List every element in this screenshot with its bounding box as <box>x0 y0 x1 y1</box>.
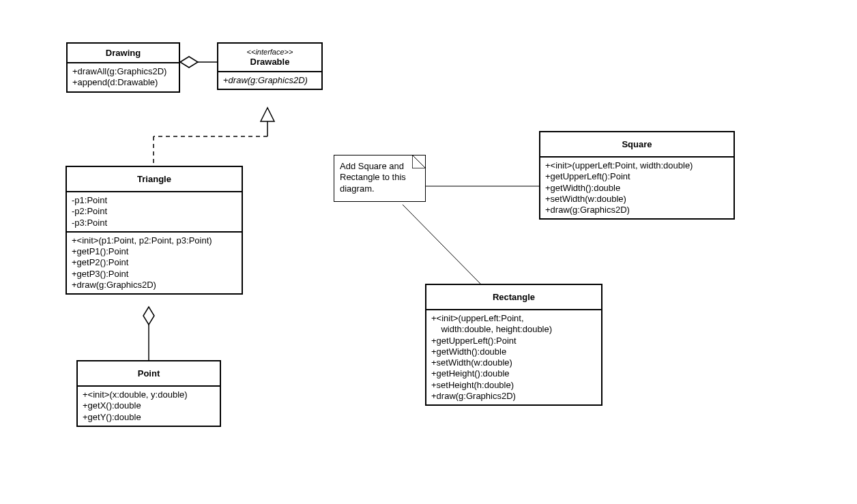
svg-marker-7 <box>143 307 154 325</box>
operation: +getP1():Point <box>72 246 237 257</box>
class-name: Drawing <box>106 48 141 58</box>
class-name: Drawable <box>250 57 290 67</box>
attribute: -p3:Point <box>72 218 237 228</box>
class-operations: +<init>(upperLeft:Point, width:double) +… <box>540 158 733 218</box>
interface-drawable: <<interface>> Drawable ++draw(g:Graphics… <box>217 42 323 90</box>
operation: +draw(g:Graphics2D) <box>72 280 237 291</box>
class-attributes: -p1:Point -p2:Point -p3:Point <box>67 192 242 233</box>
operation: +append(d:Drawable) <box>72 77 174 88</box>
operation: +<init>(upperLeft:Point, <box>431 313 596 324</box>
note-line: Add Square and <box>340 161 418 172</box>
class-name: Rectangle <box>493 292 535 302</box>
operation: ++draw(g:Graphics2D)draw(g:Graphics2D) <box>223 75 317 86</box>
class-title: Square <box>540 132 733 158</box>
class-title: Point <box>78 361 220 387</box>
operation: width:double, height:double) <box>431 324 596 335</box>
note-fold-icon <box>412 155 426 168</box>
svg-marker-5 <box>261 108 274 121</box>
operation: +getWidth():double <box>545 183 729 194</box>
operation: +getP3():Point <box>72 269 237 280</box>
attribute: -p1:Point <box>72 195 237 206</box>
class-triangle: Triangle -p1:Point -p2:Point -p3:Point +… <box>66 166 243 295</box>
class-point: Point +<init>(x:double, y:double) +getX(… <box>76 360 221 427</box>
attribute: -p2:Point <box>72 206 237 217</box>
svg-marker-1 <box>180 57 198 68</box>
class-operations: +drawAll(g:Graphics2D) +append(d:Drawabl… <box>68 63 179 91</box>
class-title: Triangle <box>67 167 242 192</box>
operation: +setWidth(w:double) <box>545 194 729 205</box>
operation: +<init>(upperLeft:Point, width:double) <box>545 160 729 171</box>
aggregation-triangle-point <box>143 307 154 360</box>
class-rectangle: Rectangle +<init>(upperLeft:Point, width… <box>425 284 602 406</box>
class-operations: +<init>(upperLeft:Point, width:double, h… <box>426 310 601 404</box>
operation: +setWidth(w:double) <box>431 357 596 368</box>
note-line: diagram. <box>340 183 418 194</box>
operation: +getY():double <box>83 412 215 423</box>
operation: +getWidth():double <box>431 346 596 357</box>
class-title: Rectangle <box>426 285 601 310</box>
class-drawing: Drawing +drawAll(g:Graphics2D) +append(d… <box>66 42 180 93</box>
aggregation-drawing-drawable <box>180 57 217 68</box>
realization-triangle-drawable <box>154 108 274 166</box>
operation: +getX():double <box>83 400 215 411</box>
stereotype: <<interface>> <box>221 48 319 56</box>
operation: +draw(g:Graphics2D) <box>431 391 596 402</box>
class-name: Triangle <box>137 174 171 184</box>
operation: +getP2():Point <box>72 257 237 268</box>
operation: +getUpperLeft():Point <box>431 336 596 346</box>
class-operations: +<init>(p1:Point, p2:Point, p3:Point) +g… <box>67 233 242 293</box>
uml-diagram-canvas: Drawing +drawAll(g:Graphics2D) +append(d… <box>0 0 857 504</box>
note-line: Rectangle to this <box>340 172 418 183</box>
class-name: Point <box>138 368 160 379</box>
operation: +getHeight():double <box>431 368 596 379</box>
note-link-rectangle <box>403 205 481 284</box>
uml-note: Add Square and Rectangle to this diagram… <box>334 155 426 202</box>
class-name: Square <box>622 139 652 149</box>
operation: +<init>(x:double, y:double) <box>83 389 215 400</box>
class-title: <<interface>> Drawable <box>218 44 321 72</box>
operation: +drawAll(g:Graphics2D) <box>72 66 174 77</box>
operation: +<init>(p1:Point, p2:Point, p3:Point) <box>72 235 237 246</box>
class-operations: ++draw(g:Graphics2D)draw(g:Graphics2D) <box>218 72 321 89</box>
operation: +draw(g:Graphics2D) <box>545 205 729 216</box>
operation: +getUpperLeft():Point <box>545 171 729 182</box>
class-operations: +<init>(x:double, y:double) +getX():doub… <box>78 387 220 426</box>
operation: +setHeight(h:double) <box>431 380 596 391</box>
class-square: Square +<init>(upperLeft:Point, width:do… <box>539 131 735 220</box>
class-title: Drawing <box>68 44 179 63</box>
